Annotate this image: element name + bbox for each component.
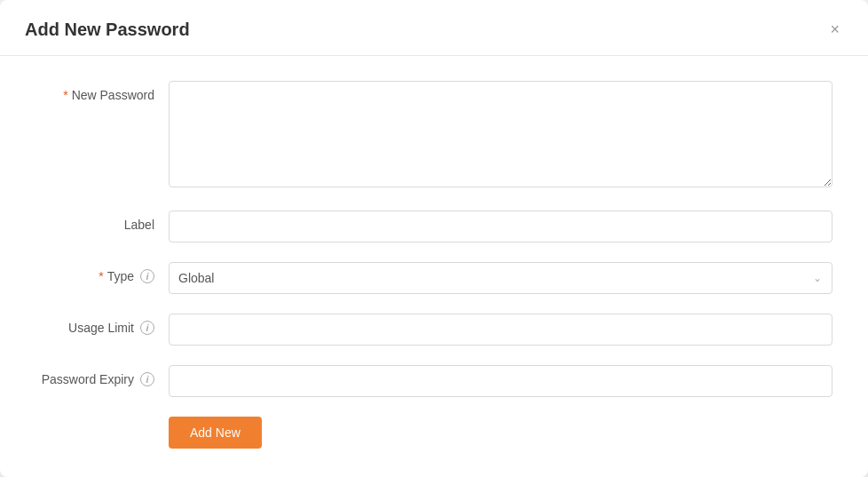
type-control: Global Shared Private ⌄ xyxy=(169,262,832,294)
password-expiry-label-text: Password Expiry xyxy=(42,372,134,386)
label-label: Label xyxy=(36,211,169,232)
type-row: * Type i Global Shared Private ⌄ xyxy=(36,262,832,294)
usage-limit-label-text: Usage Limit xyxy=(68,321,134,335)
add-new-button[interactable]: Add New xyxy=(169,417,262,449)
new-password-textarea[interactable] xyxy=(169,81,832,187)
close-button[interactable]: × xyxy=(826,18,843,41)
submit-row: Add New xyxy=(36,417,832,449)
label-row: Label xyxy=(36,211,832,242)
password-expiry-input[interactable] xyxy=(169,365,832,397)
new-password-label-text: New Password xyxy=(72,88,154,102)
type-select[interactable]: Global Shared Private xyxy=(169,262,832,294)
usage-limit-help-icon[interactable]: i xyxy=(140,321,154,335)
type-label: * Type i xyxy=(36,262,169,283)
usage-limit-row: Usage Limit i xyxy=(36,314,832,346)
password-expiry-help-icon[interactable]: i xyxy=(140,372,154,386)
dialog-body: * New Password Label * Type i xyxy=(0,56,868,477)
new-password-control xyxy=(169,81,832,191)
dialog-title: Add New Password xyxy=(25,20,190,40)
new-password-row: * New Password xyxy=(36,81,832,191)
dialog-header: Add New Password × xyxy=(0,0,868,56)
usage-limit-label: Usage Limit i xyxy=(36,314,169,335)
required-indicator: * xyxy=(63,88,67,102)
password-expiry-row: Password Expiry i xyxy=(36,365,832,397)
label-input[interactable] xyxy=(169,211,832,242)
type-label-text: Type xyxy=(107,269,134,283)
label-control xyxy=(169,211,832,242)
type-required-indicator: * xyxy=(99,269,103,283)
usage-limit-control xyxy=(169,314,832,346)
password-expiry-label: Password Expiry i xyxy=(36,365,169,386)
usage-limit-input[interactable] xyxy=(169,314,832,346)
add-new-password-dialog: Add New Password × * New Password Label xyxy=(0,0,868,477)
new-password-label: * New Password xyxy=(36,81,169,102)
type-help-icon[interactable]: i xyxy=(140,269,154,283)
password-expiry-control xyxy=(169,365,832,397)
label-label-text: Label xyxy=(124,218,154,232)
